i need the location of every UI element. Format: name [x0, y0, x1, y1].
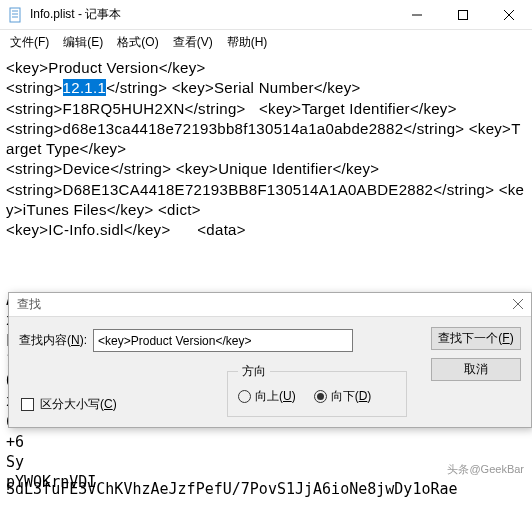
radio-down[interactable]: 向下(D): [314, 388, 372, 405]
svg-rect-5: [459, 10, 468, 19]
find-next-button[interactable]: 查找下一个(F): [431, 327, 521, 350]
find-input[interactable]: [93, 329, 353, 352]
title-bar: Info.plist - 记事本: [0, 0, 532, 30]
find-title-bar: 查找: [9, 293, 531, 317]
menu-format[interactable]: 格式(O): [111, 32, 164, 53]
find-label: 查找内容(N):: [19, 332, 87, 349]
menu-bar: 文件(F) 编辑(E) 格式(O) 查看(V) 帮助(H): [0, 30, 532, 54]
menu-file[interactable]: 文件(F): [4, 32, 55, 53]
find-dialog: 查找 查找内容(N): 查找下一个(F) 取消 方向 向上(U) 向下(D) 区…: [8, 292, 532, 428]
footer-text: SdL3fuFE3VChKVhzAeJzfPefU/7PovS1JjA6ioNe…: [6, 479, 526, 499]
minimize-button[interactable]: [394, 0, 440, 30]
find-title: 查找: [17, 296, 513, 313]
editor-content[interactable]: <key>Product Version</key> <string>12.1.…: [0, 54, 532, 244]
radio-icon: [238, 390, 251, 403]
find-close-icon[interactable]: [513, 298, 523, 312]
selected-text: 12.1.1: [63, 79, 107, 96]
radio-up[interactable]: 向上(U): [238, 388, 296, 405]
checkbox-icon: [21, 398, 34, 411]
direction-group: 方向 向上(U) 向下(D): [227, 363, 407, 417]
svg-rect-0: [10, 8, 20, 22]
find-buttons: 查找下一个(F) 取消: [431, 327, 521, 381]
menu-view[interactable]: 查看(V): [167, 32, 219, 53]
radio-icon: [314, 390, 327, 403]
case-label: 区分大小写(C): [40, 396, 117, 413]
case-checkbox-row[interactable]: 区分大小写(C): [21, 396, 117, 413]
watermark: 头条@GeekBar: [447, 462, 524, 477]
find-body: 查找内容(N): 查找下一个(F) 取消 方向 向上(U) 向下(D) 区分大小…: [9, 317, 531, 427]
direction-label: 方向: [238, 363, 270, 380]
text-post: </string> <key>Serial Number</key> <stri…: [6, 79, 524, 238]
menu-edit[interactable]: 编辑(E): [57, 32, 109, 53]
cancel-button[interactable]: 取消: [431, 358, 521, 381]
window-buttons: [394, 0, 532, 30]
menu-help[interactable]: 帮助(H): [221, 32, 274, 53]
close-button[interactable]: [486, 0, 532, 30]
notepad-icon: [8, 7, 24, 23]
window-title: Info.plist - 记事本: [30, 6, 394, 23]
maximize-button[interactable]: [440, 0, 486, 30]
